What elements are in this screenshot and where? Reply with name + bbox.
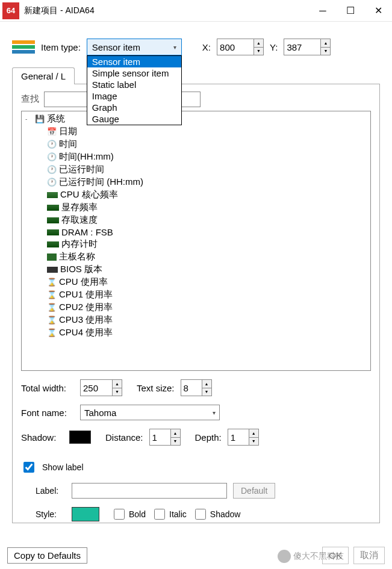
- dropdown-item[interactable]: Image: [87, 90, 181, 102]
- copy-defaults-button[interactable]: Copy to Defaults: [7, 547, 87, 564]
- close-button[interactable]: ✕: [364, 0, 392, 22]
- y-spinner[interactable]: ▲▼: [321, 39, 331, 55]
- dropdown-item[interactable]: Sensor item: [87, 56, 181, 67]
- dropdown-item[interactable]: Simple sensor item: [87, 67, 181, 79]
- tree-item[interactable]: 🕐时间(HH:mm): [22, 151, 370, 163]
- tree-item[interactable]: 主板名称: [22, 250, 370, 263]
- ram-icon: [47, 217, 59, 223]
- tree-item[interactable]: DRAM : FSB: [22, 226, 370, 238]
- x-label: X:: [202, 42, 211, 52]
- font-name-select[interactable]: Tahoma ▾: [80, 405, 220, 420]
- ram-icon: [47, 205, 59, 211]
- tree-item[interactable]: 存取速度: [22, 214, 370, 226]
- tree-item-label: CPU4 使用率: [59, 327, 113, 338]
- watermark: 傻大不黑科技: [278, 550, 344, 563]
- tree-item-label: CPU 使用率: [59, 276, 108, 288]
- tree-item-label: 时间: [59, 138, 77, 150]
- hour-icon: ⌛: [47, 328, 57, 338]
- tree-item[interactable]: -💾系统: [22, 113, 370, 125]
- hour-icon: ⌛: [47, 278, 57, 287]
- x-spinner[interactable]: ▲▼: [254, 39, 264, 55]
- tree-item-label: 系统: [47, 113, 65, 125]
- item-type-dropdown: Sensor itemSimple sensor itemStatic labe…: [87, 55, 182, 125]
- show-label-checkbox[interactable]: [23, 462, 34, 473]
- y-input[interactable]: [284, 39, 321, 55]
- dropdown-item[interactable]: Gauge: [87, 113, 181, 125]
- tree-item-label: CPU3 使用率: [59, 314, 113, 326]
- watermark-icon: [278, 550, 291, 563]
- tree-item[interactable]: 📅日期: [22, 125, 370, 138]
- total-width-spinner[interactable]: ▲▼: [113, 379, 122, 396]
- clock-icon: 🕐: [47, 152, 57, 162]
- tab-general[interactable]: General / L: [12, 67, 75, 84]
- style-label: Style:: [36, 509, 66, 519]
- label-input[interactable]: [72, 483, 227, 499]
- tree-item[interactable]: ⌛CPU4 使用率: [22, 326, 370, 339]
- italic-checkbox[interactable]: [154, 509, 165, 520]
- total-width-input[interactable]: [80, 379, 113, 396]
- chevron-down-icon: ▾: [173, 44, 176, 51]
- style-color-swatch[interactable]: [72, 507, 99, 521]
- dropdown-item[interactable]: Static label: [87, 79, 181, 90]
- depth-spinner[interactable]: ▲▼: [249, 429, 259, 446]
- clock-icon: 🕐: [47, 140, 57, 149]
- clock-icon: 🕐: [47, 178, 57, 187]
- tree-item-label: 已运行时间 (HH:mm): [59, 176, 143, 188]
- item-type-value: Sensor item: [92, 42, 140, 52]
- distance-input[interactable]: [149, 429, 171, 446]
- chip-icon: [47, 192, 58, 198]
- logo-icon: [12, 40, 35, 54]
- tree-item-label: 主板名称: [59, 251, 95, 263]
- tree-item[interactable]: ⌛CPU1 使用率: [22, 288, 370, 301]
- window-title: 新建项目 - AIDA64: [24, 5, 309, 16]
- bold-option[interactable]: Bold: [111, 507, 146, 521]
- hour-icon: ⌛: [47, 290, 57, 300]
- sensor-tree[interactable]: -💾系统📅日期🕐时间🕐时间(HH:mm)🕐已运行时间🕐已运行时间 (HH:mm)…: [21, 111, 371, 371]
- mb-icon: [47, 253, 57, 261]
- tree-item-label: BIOS 版本: [60, 264, 102, 275]
- dropdown-item[interactable]: Graph: [87, 102, 181, 113]
- depth-input[interactable]: [228, 429, 249, 446]
- minimize-button[interactable]: ─: [309, 0, 337, 22]
- tree-item[interactable]: 内存计时: [22, 238, 370, 250]
- shadow-color-swatch[interactable]: [69, 431, 91, 444]
- default-button[interactable]: Default: [233, 483, 275, 499]
- titlebar: 64 新建项目 - AIDA64 ─ ☐ ✕: [0, 0, 392, 22]
- font-name-label: Font name:: [21, 408, 74, 418]
- tree-item[interactable]: CPU 核心频率: [22, 188, 370, 201]
- x-input[interactable]: [217, 39, 254, 55]
- tree-item-label: 时间(HH:mm): [59, 151, 114, 163]
- shadow-option[interactable]: Shadow: [193, 507, 241, 521]
- tree-item[interactable]: 显存频率: [22, 201, 370, 214]
- maximize-button[interactable]: ☐: [337, 0, 364, 22]
- tree-item-label: CPU2 使用率: [59, 302, 113, 313]
- item-type-combo[interactable]: Sensor item ▾ Sensor itemSimple sensor i…: [87, 39, 182, 55]
- chevron-down-icon: ▾: [213, 409, 216, 416]
- tree-item[interactable]: BIOS 版本: [22, 263, 370, 276]
- total-width-label: Total width:: [21, 383, 74, 393]
- text-size-input[interactable]: [181, 379, 202, 396]
- tree-item[interactable]: ⌛CPU 使用率: [22, 276, 370, 288]
- tree-item[interactable]: ⌛CPU2 使用率: [22, 301, 370, 314]
- tree-item-label: 日期: [59, 126, 77, 137]
- cal-icon: 📅: [47, 127, 57, 137]
- tree-item[interactable]: 🕐已运行时间 (HH:mm): [22, 176, 370, 188]
- cancel-button[interactable]: 取消: [353, 547, 385, 564]
- text-size-spinner[interactable]: ▲▼: [202, 379, 212, 396]
- ram-icon: [47, 229, 59, 235]
- item-type-label: Item type:: [41, 42, 81, 52]
- tree-item-label: 存取速度: [61, 214, 98, 226]
- show-label-text: Show label: [42, 462, 84, 472]
- tree-item[interactable]: 🕐时间: [22, 138, 370, 151]
- tree-item[interactable]: ⌛CPU3 使用率: [22, 314, 370, 326]
- bold-checkbox[interactable]: [114, 509, 125, 520]
- hour-icon: ⌛: [47, 303, 57, 312]
- italic-option[interactable]: Italic: [152, 507, 187, 521]
- app-icon: 64: [2, 2, 19, 19]
- distance-spinner[interactable]: ▲▼: [171, 429, 181, 446]
- clock-icon: 🕐: [47, 165, 57, 175]
- tree-item-label: 内存计时: [61, 238, 98, 250]
- tree-item[interactable]: 🕐已运行时间: [22, 163, 370, 176]
- shadow-checkbox[interactable]: [195, 509, 206, 520]
- tree-item-label: CPU 核心频率: [60, 189, 118, 201]
